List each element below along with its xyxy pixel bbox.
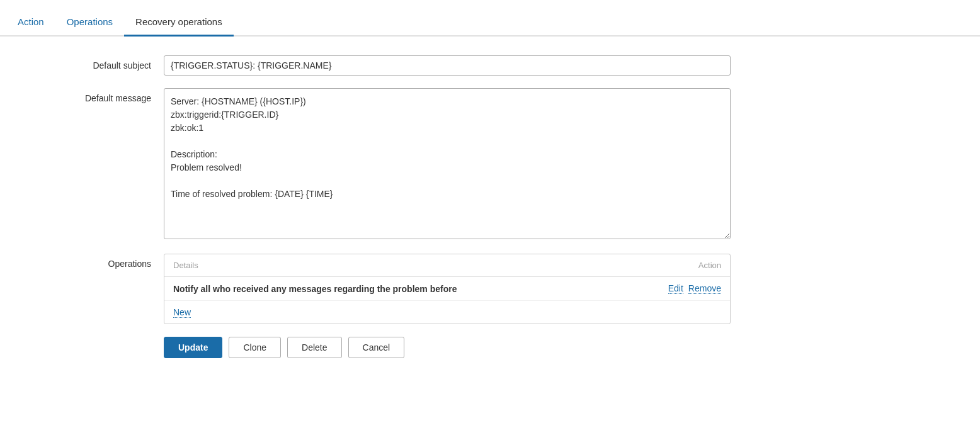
form-buttons: Update Clone Delete Cancel xyxy=(25,337,955,358)
clone-button[interactable]: Clone xyxy=(229,337,281,358)
default-subject-control xyxy=(164,55,731,76)
remove-link[interactable]: Remove xyxy=(688,283,721,294)
default-message-control: Server: {HOSTNAME} ({HOST.IP}) zbx:trigg… xyxy=(164,88,731,241)
default-message-row: Default message Server: {HOSTNAME} ({HOS… xyxy=(25,88,955,241)
operations-row: Operations Details Action Notify all who… xyxy=(25,254,955,324)
update-button[interactable]: Update xyxy=(164,337,222,358)
cancel-button[interactable]: Cancel xyxy=(348,337,405,358)
action-header: Action xyxy=(698,261,721,270)
operations-table-header: Details Action xyxy=(164,254,730,277)
default-subject-input[interactable] xyxy=(164,55,731,76)
new-operation-row: New xyxy=(164,301,730,324)
operations-table: Details Action Notify all who received a… xyxy=(164,254,731,324)
delete-button[interactable]: Delete xyxy=(287,337,341,358)
table-row: Notify all who received any messages reg… xyxy=(164,277,730,301)
default-subject-label: Default subject xyxy=(25,55,164,70)
default-message-textarea[interactable]: Server: {HOSTNAME} ({HOST.IP}) zbx:trigg… xyxy=(164,88,731,239)
default-subject-row: Default subject xyxy=(25,55,955,76)
operations-control: Details Action Notify all who received a… xyxy=(164,254,731,324)
operations-label: Operations xyxy=(25,254,164,269)
tab-recovery-operations[interactable]: Recovery operations xyxy=(124,9,234,37)
tab-operations[interactable]: Operations xyxy=(55,9,124,37)
edit-link[interactable]: Edit xyxy=(668,283,683,294)
operation-detail: Notify all who received any messages reg… xyxy=(173,284,457,294)
tab-navigation: Action Operations Recovery operations xyxy=(0,0,980,37)
details-header: Details xyxy=(173,261,198,270)
new-operation-link[interactable]: New xyxy=(173,307,191,318)
tab-action[interactable]: Action xyxy=(6,9,55,37)
default-message-label: Default message xyxy=(25,88,164,103)
main-content: Default subject Default message Server: … xyxy=(0,37,980,377)
operation-actions: Edit Remove xyxy=(668,283,721,294)
